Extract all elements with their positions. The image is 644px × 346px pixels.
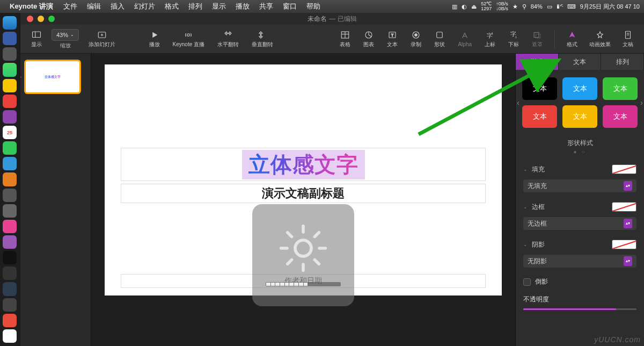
style-preset[interactable]: 文本	[603, 77, 638, 100]
fill-row[interactable]: ⌄ 填充	[516, 160, 644, 178]
menu-help[interactable]: 帮助	[303, 2, 324, 11]
menu-edit[interactable]: 编辑	[83, 2, 105, 11]
shadow-swatch[interactable]	[612, 240, 636, 249]
table-button[interactable]: 表格	[336, 28, 354, 51]
dock-appstore-icon[interactable]	[3, 32, 17, 45]
brightness-hud	[252, 204, 354, 306]
shadow-select[interactable]: 无阴影▴▾	[523, 255, 636, 268]
dock-app-icon[interactable]	[3, 63, 17, 76]
dock-app-icon[interactable]	[3, 141, 17, 155]
dock-app-icon[interactable]	[3, 47, 17, 61]
fill-swatch[interactable]	[612, 164, 636, 174]
flip-horizontal-button[interactable]: 水平翻转	[214, 28, 242, 51]
svg-text:T: T	[391, 33, 394, 38]
shadow-row[interactable]: ⌄ 阴影	[516, 235, 644, 254]
title-textbox[interactable]: 立体感文字	[121, 148, 486, 181]
add-slide-button[interactable]: 添加幻灯片	[85, 28, 119, 51]
shape-button[interactable]: 形状	[431, 28, 448, 51]
status-icon[interactable]: ◐	[462, 3, 467, 10]
dock-calendar-icon[interactable]: 25	[3, 126, 17, 139]
status-icon[interactable]: ▥	[452, 3, 457, 10]
menu-format[interactable]: 格式	[161, 2, 182, 11]
view-button[interactable]: 显示	[28, 28, 45, 51]
subtitle-textbox[interactable]: 演示文稿副标题	[121, 184, 486, 203]
page-dots: ● ○	[516, 149, 644, 155]
slide[interactable]: 立体感文字 演示文稿副标题 作者和日期	[105, 64, 502, 295]
reflection-checkbox[interactable]	[523, 278, 531, 286]
tab-text[interactable]: 文本	[559, 54, 602, 70]
style-preset[interactable]: 文本	[522, 77, 557, 100]
fullscreen-icon[interactable]	[48, 16, 55, 22]
status-icon[interactable]: ⏏	[471, 3, 477, 10]
play-button[interactable]: 播放	[146, 28, 163, 51]
slide-canvas[interactable]: 立体感文字 演示文稿副标题 作者和日期	[91, 54, 515, 346]
flip-vertical-button[interactable]: 垂直翻转	[248, 28, 276, 51]
zoom-dropdown[interactable]: 43%⌄	[52, 29, 79, 41]
app-name[interactable]: Keynote 讲演	[10, 2, 53, 11]
keynote-live-button[interactable]: Keynote 直播	[170, 28, 208, 51]
menu-share[interactable]: 共享	[255, 2, 277, 11]
style-preset[interactable]: 文本	[603, 105, 638, 128]
mask-button[interactable]: 遮罩	[529, 28, 546, 51]
animate-inspector-button[interactable]: 动画效果	[586, 28, 614, 51]
dock-app-icon[interactable]	[3, 204, 17, 218]
format-inspector-button[interactable]: 格式	[564, 28, 581, 51]
close-icon[interactable]	[27, 16, 33, 22]
style-preset[interactable]: 文本	[562, 105, 597, 128]
menu-window[interactable]: 窗口	[279, 2, 301, 11]
style-preset[interactable]: 文本	[522, 105, 557, 128]
record-button[interactable]: 录制	[407, 28, 425, 51]
dock-app-icon[interactable]	[3, 314, 17, 327]
subtitle-text[interactable]: 演示文稿副标题	[262, 185, 345, 201]
dock-app-icon[interactable]	[3, 172, 17, 186]
reflection-row[interactable]: 倒影	[516, 273, 644, 291]
chevron-down-icon[interactable]: ⌄	[523, 204, 528, 210]
tab-style[interactable]: 样式	[516, 54, 559, 70]
dock-app-icon[interactable]	[3, 157, 17, 170]
dock-app-icon[interactable]	[3, 282, 17, 295]
dock-app-icon[interactable]	[3, 266, 17, 280]
chevron-down-icon[interactable]: ⌄	[523, 167, 528, 172]
chevron-right-icon[interactable]: ›	[638, 98, 644, 107]
dock-app-icon[interactable]	[3, 251, 17, 264]
subscript-button[interactable]: 字1下标	[505, 28, 522, 51]
alpha-button[interactable]: Alpha	[455, 28, 475, 49]
clock[interactable]: 9月25日 周六 08 47 10	[580, 3, 640, 11]
wifi-icon[interactable]: �ང	[557, 3, 563, 10]
border-row[interactable]: ⌄ 边框	[516, 198, 644, 216]
dock-app-icon[interactable]	[3, 95, 17, 108]
dock-app-icon[interactable]	[3, 189, 17, 202]
opacity-slider[interactable]	[523, 308, 636, 310]
dock-music-icon[interactable]	[3, 220, 17, 233]
style-preset[interactable]: 文本	[562, 77, 597, 100]
menu-file[interactable]: 文件	[60, 2, 81, 11]
dock-app-icon[interactable]	[3, 298, 17, 312]
dock-app-icon[interactable]	[3, 79, 17, 92]
dock-app-icon[interactable]	[3, 110, 17, 124]
svg-line-32	[314, 233, 319, 237]
menu-play[interactable]: 播放	[232, 2, 253, 11]
document-inspector-button[interactable]: 文稿	[619, 28, 636, 51]
menu-slides[interactable]: 幻灯片	[130, 2, 159, 11]
text-button[interactable]: T文本	[384, 28, 401, 51]
input-icon[interactable]: ⌨	[567, 3, 576, 10]
dock-app-icon[interactable]	[3, 329, 17, 343]
dock-app-icon[interactable]	[3, 235, 17, 249]
superscript-button[interactable]: 字1上标	[481, 28, 499, 51]
chevron-down-icon[interactable]: ⌄	[523, 242, 528, 247]
fill-select[interactable]: 无填充▴▾	[523, 179, 636, 192]
dock: 25	[0, 13, 19, 346]
menu-view[interactable]: 显示	[208, 2, 230, 11]
border-swatch[interactable]	[612, 202, 636, 212]
title-text[interactable]: 立体感文字	[248, 153, 358, 176]
menu-arrange[interactable]: 排列	[185, 2, 206, 11]
star-icon[interactable]: ★	[513, 3, 518, 10]
search-icon[interactable]: ⚲	[522, 3, 526, 10]
dock-finder-icon[interactable]	[3, 16, 17, 30]
menu-insert[interactable]: 插入	[107, 2, 128, 11]
chart-button[interactable]: 图表	[360, 28, 377, 51]
slide-thumbnail[interactable]: 立体感文字	[26, 61, 79, 92]
tab-arrange[interactable]: 排列	[601, 54, 644, 70]
minimize-icon[interactable]	[38, 16, 44, 22]
border-select[interactable]: 无边框▴▾	[523, 217, 636, 230]
